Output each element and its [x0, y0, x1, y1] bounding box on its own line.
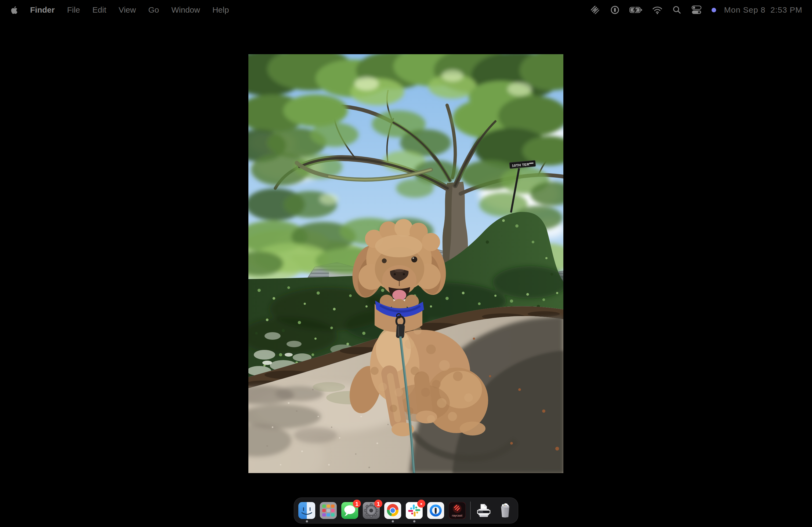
dock-item-launchpad[interactable] — [320, 502, 337, 519]
dock-item-trash[interactable] — [497, 502, 514, 519]
dock-item-printer[interactable] — [475, 502, 492, 519]
chrome-icon — [384, 502, 401, 519]
desktop-photo[interactable]: 10TH TER — [248, 54, 563, 473]
menu-item-finder[interactable]: Finder — [30, 5, 55, 15]
menu-bar-clock[interactable]: Mon Sep 8 2:53 PM — [724, 5, 802, 15]
wifi-icon[interactable] — [652, 4, 663, 16]
menu-bar: Finder File Edit View Go Window Help — [0, 0, 812, 20]
dock: 1 1 — [294, 497, 518, 524]
running-indicator — [413, 520, 416, 523]
notification-badge: • — [417, 500, 425, 508]
menu-bar-status: Mon Sep 8 2:53 PM — [590, 4, 802, 16]
diagonal-striped-app-icon[interactable] — [590, 4, 600, 16]
finder-icon — [298, 502, 315, 519]
menu-item-file[interactable]: File — [67, 5, 80, 15]
dock-item-chrome[interactable] — [384, 502, 401, 519]
apple-menu[interactable] — [10, 5, 18, 15]
dock-item-system-settings[interactable]: 1 — [363, 502, 380, 519]
notification-badge: 1 — [353, 500, 361, 508]
dock-item-slack[interactable]: • — [406, 502, 423, 519]
menu-bar-left: Finder File Edit View Go Window Help — [10, 5, 229, 15]
trash-full-icon — [497, 502, 514, 519]
dock-item-raycast[interactable]: raycast — [449, 502, 466, 519]
notification-badge: 1 — [374, 500, 382, 508]
menu-item-edit[interactable]: Edit — [92, 5, 106, 15]
1password-icon — [427, 502, 444, 519]
menu-item-help[interactable]: Help — [213, 5, 229, 15]
menu-item-window[interactable]: Window — [171, 5, 200, 15]
focus-indicator-dot[interactable] — [712, 8, 716, 12]
menu-item-view[interactable]: View — [119, 5, 136, 15]
photo-illustration: 10TH TER — [248, 54, 563, 473]
dock-item-1password[interactable] — [427, 502, 444, 519]
dock-item-messages[interactable]: 1 — [341, 502, 358, 519]
raycast-label: raycast — [449, 514, 466, 517]
1password-menubar-icon[interactable] — [610, 4, 620, 16]
dock-item-finder[interactable] — [298, 502, 315, 519]
running-indicator — [392, 520, 394, 523]
dock-divider — [470, 501, 471, 520]
control-center-icon[interactable] — [691, 4, 702, 16]
printer-icon — [475, 502, 492, 519]
launchpad-icon — [320, 502, 337, 519]
running-indicator — [306, 520, 308, 523]
apple-logo-icon — [10, 5, 18, 15]
menu-item-go[interactable]: Go — [148, 5, 159, 15]
battery-charging-icon[interactable] — [629, 4, 642, 16]
spotlight-search-icon[interactable] — [672, 4, 682, 16]
